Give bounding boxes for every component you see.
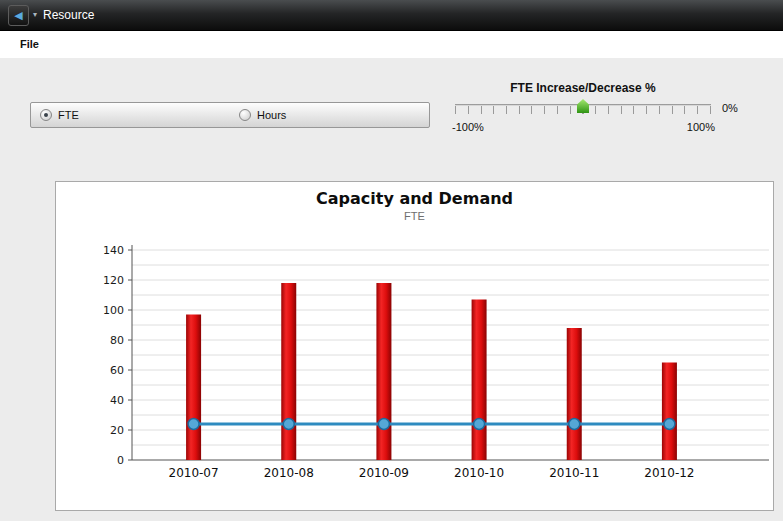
radio-option-fte[interactable]: FTE (31, 103, 230, 127)
chart-subtitle: FTE (56, 210, 773, 222)
radio-option-hours[interactable]: Hours (230, 103, 429, 127)
radio-icon-hours (239, 109, 251, 121)
svg-text:80: 80 (110, 334, 124, 347)
svg-text:2010-09: 2010-09 (358, 466, 408, 480)
radio-label-fte: FTE (58, 109, 79, 121)
svg-text:2010-11: 2010-11 (549, 466, 599, 480)
chart-title: Capacity and Demand (56, 189, 773, 208)
chevron-down-icon[interactable]: ▾ (33, 11, 37, 19)
back-arrow-icon: ◀ (14, 10, 22, 21)
svg-text:2010-12: 2010-12 (644, 466, 694, 480)
unit-radio-group: FTE Hours (30, 102, 430, 128)
title-bar: ◀ ▾ Resource (0, 0, 783, 31)
svg-text:20: 20 (110, 424, 124, 437)
content-area: FTE Hours FTE Increase/Decrease % 0% -10… (0, 58, 783, 521)
radio-label-hours: Hours (257, 109, 286, 121)
svg-text:140: 140 (103, 244, 124, 257)
chart-panel: Capacity and Demand FTE 0204060801001201… (55, 181, 774, 511)
svg-text:2010-07: 2010-07 (168, 466, 218, 480)
back-button[interactable]: ◀ (8, 5, 29, 26)
slider-max-label: 100% (687, 121, 715, 133)
svg-text:100: 100 (103, 304, 124, 317)
window-title: Resource (43, 8, 94, 22)
menu-file[interactable]: File (20, 38, 39, 50)
svg-text:2010-10: 2010-10 (454, 466, 504, 480)
capacity-demand-chart: 0204060801001201402010-072010-082010-092… (57, 231, 773, 483)
slider-minmax: -100% 100% (452, 121, 715, 133)
slider-value: 0% (722, 102, 738, 114)
radio-icon-fte (40, 109, 52, 121)
svg-text:0: 0 (117, 454, 124, 467)
svg-text:60: 60 (110, 364, 124, 377)
slider-thumb[interactable] (577, 99, 589, 113)
app-window: ◀ ▾ Resource File FTE Hours FTE Increase… (0, 0, 783, 521)
fte-slider[interactable] (455, 99, 711, 116)
svg-text:2010-08: 2010-08 (263, 466, 313, 480)
menu-bar: File (0, 31, 783, 58)
svg-text:120: 120 (103, 274, 124, 287)
slider-label: FTE Increase/Decrease % (448, 81, 718, 95)
slider-min-label: -100% (452, 121, 484, 133)
svg-text:40: 40 (110, 394, 124, 407)
